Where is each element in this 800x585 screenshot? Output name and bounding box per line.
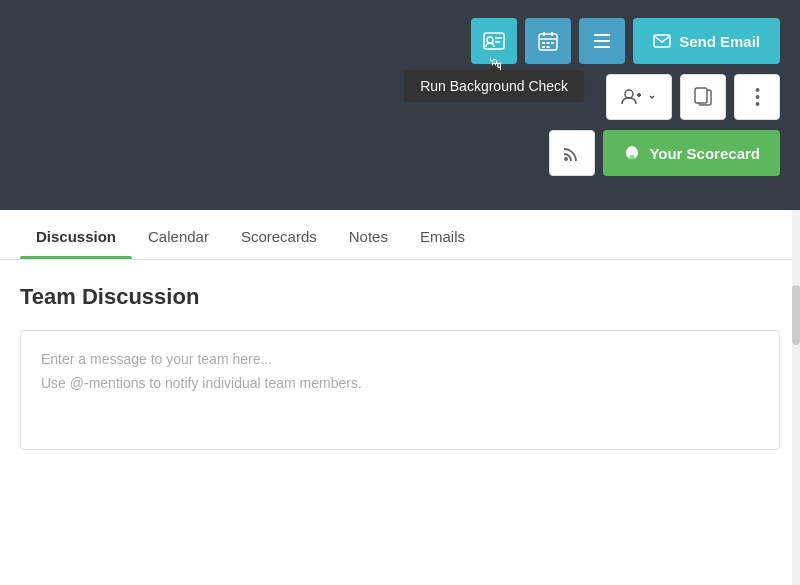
tab-discussion[interactable]: Discussion xyxy=(20,210,132,259)
svg-point-22 xyxy=(755,88,759,92)
calendar-button[interactable] xyxy=(525,18,571,64)
tab-notes[interactable]: Notes xyxy=(333,210,404,259)
placeholder-line-1: Enter a message to your team here... xyxy=(41,351,759,367)
content-area: Discussion Calendar Scorecards Notes Ema… xyxy=(0,210,800,585)
your-scorecard-button[interactable]: Your Scorecard xyxy=(603,130,780,176)
send-email-button[interactable]: Send Email xyxy=(633,18,780,64)
background-check-tooltip-wrapper: 🖱 Run Background Check xyxy=(471,18,517,64)
scrollbar-thumb[interactable] xyxy=(792,285,800,345)
send-email-label: Send Email xyxy=(679,33,760,50)
svg-point-24 xyxy=(755,102,759,106)
toolbar-row-3: Your Scorecard xyxy=(549,130,780,176)
svg-rect-11 xyxy=(542,46,545,48)
header-toolbar: 🖱 Run Background Check xyxy=(0,0,800,210)
svg-rect-12 xyxy=(547,46,550,48)
main-content: Team Discussion Enter a message to your … xyxy=(0,260,800,474)
tabs-bar: Discussion Calendar Scorecards Notes Ema… xyxy=(0,210,800,260)
copy-button[interactable] xyxy=(680,74,726,120)
svg-point-25 xyxy=(564,157,568,161)
scorecard-label: Your Scorecard xyxy=(649,145,760,162)
tab-calendar[interactable]: Calendar xyxy=(132,210,225,259)
rss-button[interactable] xyxy=(549,130,595,176)
svg-rect-21 xyxy=(695,88,707,103)
toolbar-row-2 xyxy=(550,74,780,120)
scrollbar-track[interactable] xyxy=(792,210,800,585)
id-card-button[interactable]: 🖱 xyxy=(471,18,517,64)
svg-rect-26 xyxy=(628,155,636,159)
team-message-box[interactable]: Enter a message to your team here... Use… xyxy=(20,330,780,450)
svg-rect-8 xyxy=(542,42,545,44)
discussion-title: Team Discussion xyxy=(20,284,780,310)
tab-emails[interactable]: Emails xyxy=(404,210,481,259)
svg-point-23 xyxy=(755,95,759,99)
svg-rect-16 xyxy=(654,35,670,47)
svg-rect-9 xyxy=(547,42,550,44)
more-options-button[interactable] xyxy=(734,74,780,120)
tab-scorecards[interactable]: Scorecards xyxy=(225,210,333,259)
toolbar-row-1: 🖱 Run Background Check xyxy=(471,18,780,64)
svg-point-17 xyxy=(625,90,633,98)
list-button[interactable] xyxy=(579,18,625,64)
svg-rect-10 xyxy=(551,42,554,44)
placeholder-line-2: Use @-mentions to notify individual team… xyxy=(41,375,759,391)
svg-point-1 xyxy=(487,37,493,43)
add-user-button[interactable] xyxy=(606,74,672,120)
